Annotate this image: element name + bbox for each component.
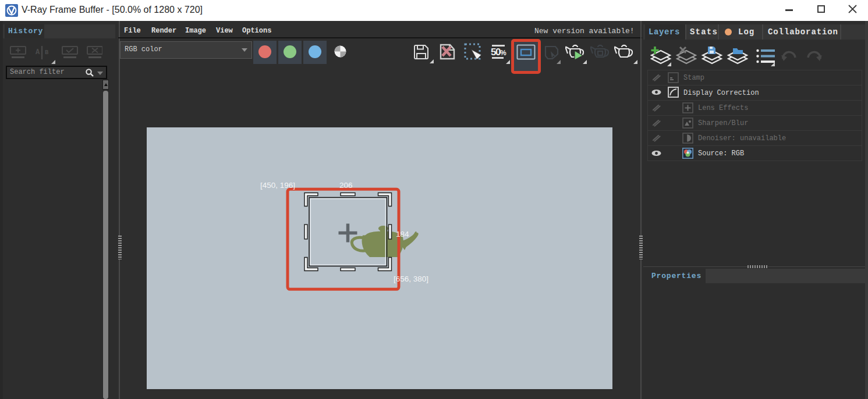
- svg-text:206: 206: [339, 181, 353, 190]
- svg-text:A: A: [36, 48, 40, 56]
- svg-text:[656, 380]: [656, 380]: [394, 275, 428, 283]
- svg-text:B: B: [45, 49, 49, 56]
- svg-text:184: 184: [396, 230, 409, 238]
- svg-text:[450, 196]: [450, 196]: [260, 181, 295, 190]
